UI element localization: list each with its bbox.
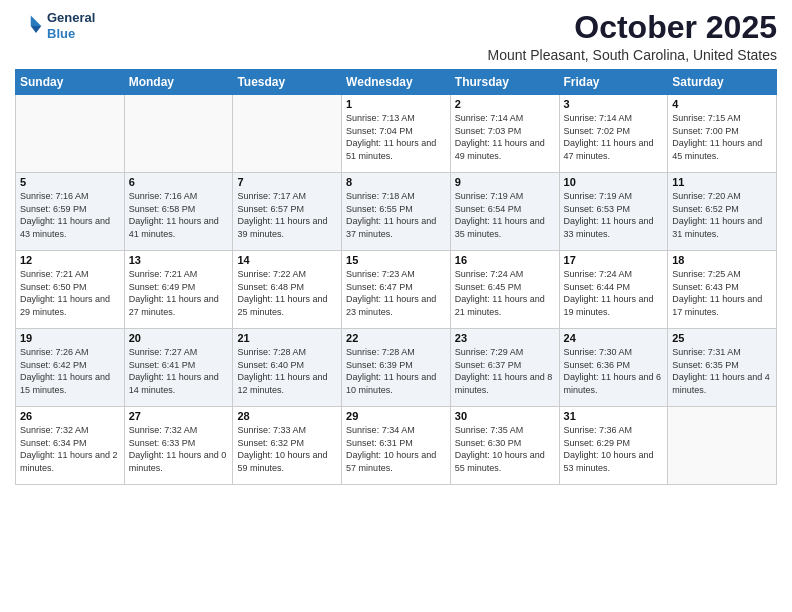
day-info: Sunrise: 7:17 AM Sunset: 6:57 PM Dayligh…	[237, 190, 337, 240]
day-number: 17	[564, 254, 664, 266]
calendar-cell: 16Sunrise: 7:24 AM Sunset: 6:45 PM Dayli…	[450, 251, 559, 329]
calendar-week-5: 26Sunrise: 7:32 AM Sunset: 6:34 PM Dayli…	[16, 407, 777, 485]
day-number: 20	[129, 332, 229, 344]
day-number: 13	[129, 254, 229, 266]
col-saturday: Saturday	[668, 70, 777, 95]
calendar-cell: 30Sunrise: 7:35 AM Sunset: 6:30 PM Dayli…	[450, 407, 559, 485]
calendar-cell: 8Sunrise: 7:18 AM Sunset: 6:55 PM Daylig…	[342, 173, 451, 251]
day-info: Sunrise: 7:23 AM Sunset: 6:47 PM Dayligh…	[346, 268, 446, 318]
day-info: Sunrise: 7:24 AM Sunset: 6:44 PM Dayligh…	[564, 268, 664, 318]
calendar-cell: 31Sunrise: 7:36 AM Sunset: 6:29 PM Dayli…	[559, 407, 668, 485]
day-number: 25	[672, 332, 772, 344]
day-number: 15	[346, 254, 446, 266]
day-info: Sunrise: 7:24 AM Sunset: 6:45 PM Dayligh…	[455, 268, 555, 318]
day-number: 31	[564, 410, 664, 422]
calendar-table: Sunday Monday Tuesday Wednesday Thursday…	[15, 69, 777, 485]
day-number: 4	[672, 98, 772, 110]
calendar-cell: 20Sunrise: 7:27 AM Sunset: 6:41 PM Dayli…	[124, 329, 233, 407]
calendar-cell	[668, 407, 777, 485]
day-number: 11	[672, 176, 772, 188]
logo: General Blue	[15, 10, 95, 41]
day-info: Sunrise: 7:28 AM Sunset: 6:40 PM Dayligh…	[237, 346, 337, 396]
location-title: Mount Pleasant, South Carolina, United S…	[487, 47, 777, 63]
day-info: Sunrise: 7:27 AM Sunset: 6:41 PM Dayligh…	[129, 346, 229, 396]
calendar-cell: 3Sunrise: 7:14 AM Sunset: 7:02 PM Daylig…	[559, 95, 668, 173]
header: General Blue October 2025 Mount Pleasant…	[15, 10, 777, 63]
calendar-cell: 18Sunrise: 7:25 AM Sunset: 6:43 PM Dayli…	[668, 251, 777, 329]
day-number: 16	[455, 254, 555, 266]
calendar-cell: 9Sunrise: 7:19 AM Sunset: 6:54 PM Daylig…	[450, 173, 559, 251]
day-number: 19	[20, 332, 120, 344]
day-info: Sunrise: 7:26 AM Sunset: 6:42 PM Dayligh…	[20, 346, 120, 396]
day-number: 14	[237, 254, 337, 266]
day-info: Sunrise: 7:35 AM Sunset: 6:30 PM Dayligh…	[455, 424, 555, 474]
day-info: Sunrise: 7:21 AM Sunset: 6:49 PM Dayligh…	[129, 268, 229, 318]
calendar-cell: 21Sunrise: 7:28 AM Sunset: 6:40 PM Dayli…	[233, 329, 342, 407]
day-info: Sunrise: 7:18 AM Sunset: 6:55 PM Dayligh…	[346, 190, 446, 240]
title-area: October 2025 Mount Pleasant, South Carol…	[487, 10, 777, 63]
calendar-cell: 22Sunrise: 7:28 AM Sunset: 6:39 PM Dayli…	[342, 329, 451, 407]
day-info: Sunrise: 7:16 AM Sunset: 6:59 PM Dayligh…	[20, 190, 120, 240]
col-thursday: Thursday	[450, 70, 559, 95]
day-number: 3	[564, 98, 664, 110]
calendar-cell	[124, 95, 233, 173]
calendar-cell: 10Sunrise: 7:19 AM Sunset: 6:53 PM Dayli…	[559, 173, 668, 251]
day-info: Sunrise: 7:13 AM Sunset: 7:04 PM Dayligh…	[346, 112, 446, 162]
calendar-cell: 6Sunrise: 7:16 AM Sunset: 6:58 PM Daylig…	[124, 173, 233, 251]
day-info: Sunrise: 7:32 AM Sunset: 6:33 PM Dayligh…	[129, 424, 229, 474]
logo-text: General Blue	[47, 10, 95, 41]
logo-line1: General	[47, 10, 95, 26]
calendar-week-3: 12Sunrise: 7:21 AM Sunset: 6:50 PM Dayli…	[16, 251, 777, 329]
calendar-cell: 26Sunrise: 7:32 AM Sunset: 6:34 PM Dayli…	[16, 407, 125, 485]
calendar-cell: 4Sunrise: 7:15 AM Sunset: 7:00 PM Daylig…	[668, 95, 777, 173]
calendar-cell: 14Sunrise: 7:22 AM Sunset: 6:48 PM Dayli…	[233, 251, 342, 329]
day-number: 23	[455, 332, 555, 344]
calendar-week-4: 19Sunrise: 7:26 AM Sunset: 6:42 PM Dayli…	[16, 329, 777, 407]
day-info: Sunrise: 7:19 AM Sunset: 6:54 PM Dayligh…	[455, 190, 555, 240]
day-number: 27	[129, 410, 229, 422]
day-number: 8	[346, 176, 446, 188]
col-monday: Monday	[124, 70, 233, 95]
day-number: 26	[20, 410, 120, 422]
day-info: Sunrise: 7:14 AM Sunset: 7:02 PM Dayligh…	[564, 112, 664, 162]
calendar-cell: 29Sunrise: 7:34 AM Sunset: 6:31 PM Dayli…	[342, 407, 451, 485]
day-number: 9	[455, 176, 555, 188]
day-info: Sunrise: 7:36 AM Sunset: 6:29 PM Dayligh…	[564, 424, 664, 474]
calendar-cell: 13Sunrise: 7:21 AM Sunset: 6:49 PM Dayli…	[124, 251, 233, 329]
day-number: 21	[237, 332, 337, 344]
calendar-cell: 7Sunrise: 7:17 AM Sunset: 6:57 PM Daylig…	[233, 173, 342, 251]
calendar-cell: 27Sunrise: 7:32 AM Sunset: 6:33 PM Dayli…	[124, 407, 233, 485]
calendar-cell	[16, 95, 125, 173]
calendar-cell: 11Sunrise: 7:20 AM Sunset: 6:52 PM Dayli…	[668, 173, 777, 251]
day-number: 24	[564, 332, 664, 344]
calendar-cell: 15Sunrise: 7:23 AM Sunset: 6:47 PM Dayli…	[342, 251, 451, 329]
calendar-week-2: 5Sunrise: 7:16 AM Sunset: 6:59 PM Daylig…	[16, 173, 777, 251]
day-number: 1	[346, 98, 446, 110]
calendar-cell: 2Sunrise: 7:14 AM Sunset: 7:03 PM Daylig…	[450, 95, 559, 173]
day-info: Sunrise: 7:20 AM Sunset: 6:52 PM Dayligh…	[672, 190, 772, 240]
col-wednesday: Wednesday	[342, 70, 451, 95]
day-info: Sunrise: 7:34 AM Sunset: 6:31 PM Dayligh…	[346, 424, 446, 474]
day-number: 22	[346, 332, 446, 344]
day-number: 6	[129, 176, 229, 188]
logo-line2: Blue	[47, 26, 95, 42]
day-info: Sunrise: 7:16 AM Sunset: 6:58 PM Dayligh…	[129, 190, 229, 240]
calendar-cell: 5Sunrise: 7:16 AM Sunset: 6:59 PM Daylig…	[16, 173, 125, 251]
day-info: Sunrise: 7:25 AM Sunset: 6:43 PM Dayligh…	[672, 268, 772, 318]
day-info: Sunrise: 7:22 AM Sunset: 6:48 PM Dayligh…	[237, 268, 337, 318]
col-tuesday: Tuesday	[233, 70, 342, 95]
day-number: 2	[455, 98, 555, 110]
day-info: Sunrise: 7:33 AM Sunset: 6:32 PM Dayligh…	[237, 424, 337, 474]
day-number: 5	[20, 176, 120, 188]
day-info: Sunrise: 7:28 AM Sunset: 6:39 PM Dayligh…	[346, 346, 446, 396]
day-info: Sunrise: 7:32 AM Sunset: 6:34 PM Dayligh…	[20, 424, 120, 474]
col-friday: Friday	[559, 70, 668, 95]
day-info: Sunrise: 7:19 AM Sunset: 6:53 PM Dayligh…	[564, 190, 664, 240]
col-sunday: Sunday	[16, 70, 125, 95]
calendar-week-1: 1Sunrise: 7:13 AM Sunset: 7:04 PM Daylig…	[16, 95, 777, 173]
calendar-header-row: Sunday Monday Tuesday Wednesday Thursday…	[16, 70, 777, 95]
day-info: Sunrise: 7:14 AM Sunset: 7:03 PM Dayligh…	[455, 112, 555, 162]
calendar-cell: 23Sunrise: 7:29 AM Sunset: 6:37 PM Dayli…	[450, 329, 559, 407]
calendar-cell	[233, 95, 342, 173]
calendar-cell: 1Sunrise: 7:13 AM Sunset: 7:04 PM Daylig…	[342, 95, 451, 173]
